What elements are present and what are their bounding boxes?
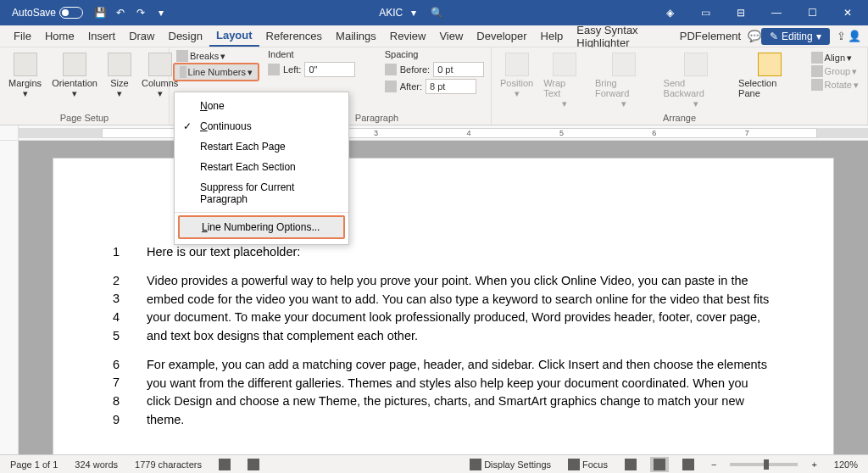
tab-design[interactable]: Design — [162, 26, 209, 46]
accessibility-icon[interactable] — [244, 457, 263, 472]
tab-draw[interactable]: Draw — [122, 26, 161, 46]
indent-left-input: 0" — [304, 62, 355, 77]
orientation-button[interactable]: Orientation▾ — [47, 49, 103, 103]
tab-references[interactable]: References — [259, 26, 329, 46]
tab-review[interactable]: Review — [383, 26, 433, 46]
account-icon[interactable]: 👤 — [848, 28, 861, 45]
vertical-ruler[interactable] — [0, 141, 19, 454]
spacing-before-row[interactable]: Before:0 pt — [385, 62, 484, 77]
paragraph-text[interactable]: For example, you can add a matching cove… — [147, 356, 774, 430]
dd-none[interactable]: None — [175, 96, 348, 116]
window-title: AKIC ▾ 🔍 — [170, 7, 653, 19]
tab-home[interactable]: Home — [38, 26, 81, 46]
paragraph-text[interactable]: Here is our text placeholder: — [147, 243, 774, 262]
paragraph[interactable]: 6789For example, you can add a matching … — [113, 356, 774, 430]
indent-left-row[interactable]: Left:0" — [268, 62, 359, 77]
arrange-label: Arrange — [492, 113, 867, 123]
paragraph-text[interactable]: Video provides a powerful way to help yo… — [147, 272, 774, 346]
print-layout-icon[interactable] — [650, 457, 669, 472]
tab-developer[interactable]: Developer — [470, 26, 533, 46]
word-count[interactable]: 324 words — [71, 458, 121, 471]
undo-icon[interactable]: ↶ — [112, 4, 129, 21]
dd-line-numbering-options[interactable]: Line Numbering Options... — [178, 215, 345, 239]
paragraph[interactable]: 1Here is our text placeholder: — [113, 243, 774, 262]
spacing-after-input: 8 pt — [426, 79, 476, 94]
dd-restart-page[interactable]: Restart Each Page — [175, 136, 348, 157]
indent-label: Indent — [268, 49, 359, 59]
qat-dropdown-icon[interactable]: ▾ — [153, 4, 170, 21]
redo-icon[interactable]: ↷ — [132, 4, 149, 21]
group-button: Group ▾ — [808, 64, 862, 78]
document-page[interactable]: 1Here is our text placeholder:2345Video … — [53, 158, 834, 454]
read-mode-icon[interactable] — [621, 457, 640, 472]
size-button[interactable]: Size▾ — [103, 49, 136, 103]
line-numbers-button[interactable]: Line Numbers ▾ — [173, 63, 259, 81]
tab-file[interactable]: File — [7, 26, 38, 46]
line-numbers-col: 2345 — [113, 272, 125, 346]
window-icon[interactable]: ⊟ — [724, 0, 758, 25]
char-count[interactable]: 1779 characters — [131, 458, 205, 471]
selection-pane-button[interactable]: Selection Pane — [733, 49, 806, 113]
margins-button[interactable]: Margins▾ — [3, 49, 47, 103]
line-numbers-col: 6789 — [113, 356, 125, 430]
tab-view[interactable]: View — [432, 26, 470, 46]
rotate-button: Rotate ▾ — [808, 78, 862, 92]
line-numbers-col: 1 — [113, 243, 125, 262]
tab-pdfelement[interactable]: PDFelement — [673, 26, 748, 46]
share-icon[interactable]: ⇪ — [835, 28, 848, 45]
page-setup-label: Page Setup — [0, 113, 169, 123]
ribbon-display-icon[interactable]: ▭ — [688, 0, 722, 25]
close-button[interactable]: ✕ — [831, 0, 865, 25]
tab-insert[interactable]: Insert — [81, 26, 123, 46]
dd-restart-section[interactable]: Restart Each Section — [175, 157, 348, 177]
align-button[interactable]: Align ▾ — [808, 51, 862, 64]
title-bar: AutoSave 💾 ↶ ↷ ▾ AKIC ▾ 🔍 ◈ ▭ ⊟ — ☐ ✕ — [0, 0, 868, 25]
web-layout-icon[interactable] — [679, 457, 698, 472]
focus-mode[interactable]: Focus — [565, 457, 611, 472]
minimize-button[interactable]: — — [760, 0, 793, 25]
spacing-label: Spacing — [385, 49, 484, 59]
menu-bar: File Home Insert Draw Design Layout Refe… — [0, 25, 868, 47]
page-status[interactable]: Page 1 of 1 — [7, 458, 61, 471]
zoom-out[interactable]: − — [708, 458, 720, 471]
position-button: Position▾ — [495, 49, 538, 113]
autosave-toggle[interactable]: AutoSave — [7, 5, 88, 20]
spacing-before-input: 0 pt — [433, 62, 484, 77]
display-settings[interactable]: Display Settings — [466, 457, 554, 472]
tab-mailings[interactable]: Mailings — [329, 26, 383, 46]
zoom-slider[interactable] — [730, 463, 798, 466]
paragraph[interactable]: 2345Video provides a powerful way to hel… — [113, 272, 774, 346]
ribbon: Margins▾ Orientation▾ Size▾ Columns▾ Pag… — [0, 47, 868, 125]
breaks-button[interactable]: Breaks ▾ — [173, 49, 259, 63]
editing-mode-button[interactable]: ✎ Editing ▾ — [761, 28, 830, 45]
save-icon[interactable]: 💾 — [92, 4, 108, 21]
dd-continuous[interactable]: Continuous — [175, 116, 348, 136]
wrap-text-button: Wrap Text▾ — [538, 49, 590, 113]
dd-suppress[interactable]: Suppress for Current Paragraph — [175, 177, 348, 209]
document-area: 1Here is our text placeholder:2345Video … — [0, 141, 868, 454]
spacing-after-row[interactable]: After:8 pt — [385, 79, 484, 94]
maximize-button[interactable]: ☐ — [795, 0, 829, 25]
horizontal-ruler[interactable]: 1 2 3 4 5 6 7 — [0, 125, 868, 141]
macro-icon[interactable] — [215, 457, 234, 472]
tab-help[interactable]: Help — [534, 26, 570, 46]
comments-icon[interactable]: 💬 — [748, 28, 761, 45]
status-bar: Page 1 of 1 324 words 1779 characters Di… — [0, 454, 868, 473]
bring-forward-button: Bring Forward▾ — [590, 49, 659, 113]
zoom-in[interactable]: + — [808, 458, 820, 471]
line-numbers-dropdown: None Continuous Restart Each Page Restar… — [174, 92, 349, 245]
tab-layout[interactable]: Layout — [209, 25, 259, 47]
send-backward-button: Send Backward▾ — [659, 49, 734, 113]
zoom-level[interactable]: 120% — [831, 458, 861, 471]
